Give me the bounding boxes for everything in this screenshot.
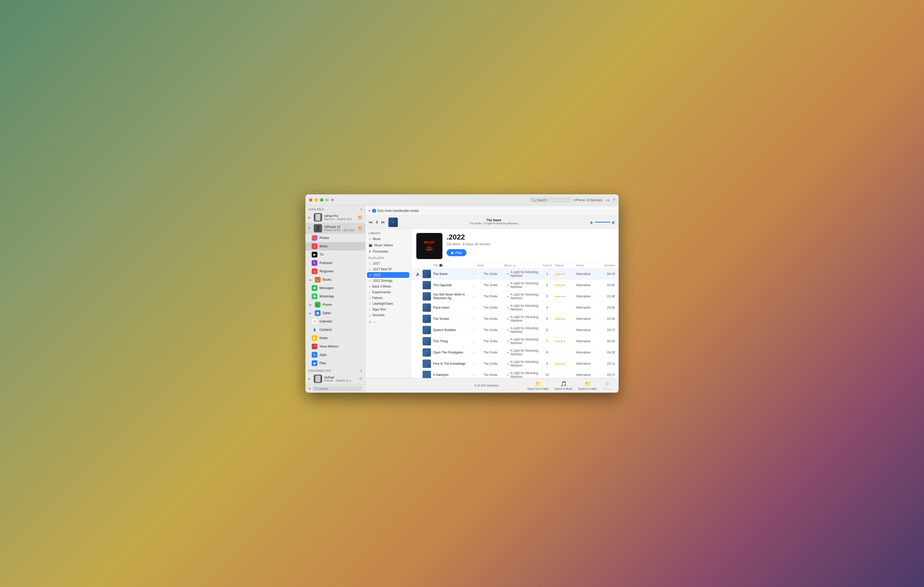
library-item-music[interactable]: ♫ Music [365, 236, 411, 242]
sidebar-item-contacts[interactable]: 👤 Contacts [305, 326, 365, 334]
table-row[interactable]: 🔈 The Same ⊙ The Smile ▶ A Light for Att… [411, 268, 619, 280]
sidebar-item-notes[interactable]: 📝 Notes [305, 334, 365, 342]
album-chevron-icon: ▶ [507, 306, 509, 309]
import-from-folder-button[interactable]: 📁 Import from Folder [525, 380, 551, 391]
star-filled: ★ [563, 340, 565, 343]
rewind-button[interactable]: ⏮ [368, 220, 373, 225]
track-icons: ⊙ [473, 362, 483, 365]
track-number: 3 [539, 294, 555, 298]
track-number: 7 [539, 339, 555, 343]
eye-button[interactable]: 👁 [331, 198, 334, 202]
col-header-genre: Genre [576, 264, 599, 267]
sidebar-item-phone[interactable]: ▶ 📞 Phone [305, 301, 365, 309]
library-item-purchased[interactable]: ⬇ Purchased [365, 248, 411, 255]
apps-list: Photos ♫ Music ▶ TV [305, 234, 365, 367]
table-row[interactable]: Pana-vision ⊙ The Smile ▶ A Light for At… [411, 302, 619, 313]
sidebar-item-apps[interactable]: ⬇ Apps [305, 351, 365, 359]
maximize-button[interactable] [320, 198, 323, 202]
sidebar-item-messages[interactable]: 💬 Messages [305, 284, 365, 292]
playlist-latenighttales[interactable]: ♫ LateNightTales [365, 301, 411, 307]
notes-icon: 📝 [312, 335, 317, 341]
device-mpad-pro[interactable]: ▶ mPad Pro iPad Pro – iPadOS 15.5 📶 [305, 212, 365, 223]
star-filled: ★ [560, 317, 563, 321]
add-playlist-button[interactable]: + [368, 320, 371, 325]
table-row[interactable]: A Hairdryer ⊙ The Smile ▶ A Light for At… [411, 370, 619, 378]
device-mphone13[interactable]: ▶ mPhone 13 iPhone 13 Pro – iOS 15.5 📶 [305, 223, 365, 234]
sidebar-item-safari[interactable]: ▶ 🧭 Safari [305, 309, 365, 317]
playlist-icon-lnt: ♫ [368, 302, 371, 305]
sidebar-item-voice-memos[interactable]: 🎤 Voice Memos [305, 342, 365, 351]
forward-button[interactable]: ⏭ [381, 220, 385, 225]
volume-control[interactable]: 🔉 🔊 [590, 220, 615, 224]
table-row[interactable]: Free In The Knowledge ⊙ The Smile ▶ A Li… [411, 358, 619, 370]
track-number: 4 [539, 306, 555, 309]
star-filled: ★ [555, 340, 558, 343]
search-placeholder: Search [537, 198, 547, 202]
star-filled: ★ [560, 295, 563, 298]
sidebar-item-podcasts[interactable]: 🎙 Podcasts [305, 259, 365, 267]
search-box[interactable]: 🔍 Search [530, 197, 571, 203]
album-chevron-icon: ▶ [507, 340, 509, 342]
playlist-subtitle: 103 items · 6 hours, 45 minutes [447, 242, 614, 246]
track-album: ▶ A Light for Attracting Attention [507, 349, 539, 356]
refresh-button[interactable]: ↻ [325, 198, 328, 202]
playlist-2017[interactable]: ♫ .2017 [365, 261, 411, 266]
col-header-duration: Duration [599, 264, 615, 267]
track-duration: 03:39 [599, 317, 615, 321]
sidebar-item-photos[interactable]: Photos [305, 234, 365, 242]
track-album-art [422, 292, 431, 301]
track-icons: ⊙ [473, 306, 483, 309]
table-row[interactable]: Open The Floodgates ⊙ The Smile ▶ A Ligh… [411, 347, 619, 358]
device-irispad[interactable]: ▶ IrisPad iPad Air – iPadOS 12.4 ↺ [305, 373, 365, 384]
star-filled: ★ [560, 362, 563, 365]
sync-icon: ⊙ [473, 284, 475, 287]
playlist-smooths[interactable]: ♫ Smooths [365, 312, 411, 318]
pause-button[interactable]: ⏸ [375, 220, 379, 225]
table-row[interactable]: You Will Never Work In Television Ag... … [411, 291, 619, 302]
sidebar-item-music[interactable]: ♫ Music [305, 242, 365, 250]
playlist-fabrics[interactable]: ♫ Fabrics [365, 295, 411, 301]
track-number: 8 [539, 351, 555, 354]
minimize-button[interactable] [315, 198, 318, 202]
now-playing-title: The Same [487, 219, 502, 222]
library-item-music-videos[interactable]: 🎬 Music Videos [365, 242, 411, 248]
sidebar-item-calendar[interactable]: 21 Calendar [305, 317, 365, 326]
track-artist: The Smile [483, 362, 507, 365]
sidebar-item-ringtones[interactable]: ♫ Ringtones [305, 267, 365, 276]
columns-button[interactable]: ++ [606, 198, 610, 202]
add-device-button[interactable]: + [309, 386, 311, 391]
sidebar-item-books[interactable]: ▶ 📚 Books [305, 276, 365, 284]
export-to-folder-button[interactable]: 📁 Export to Folder [576, 380, 599, 391]
filter-checkbox-label[interactable]: ✓ Only show transferable media [372, 209, 419, 213]
volume-slider[interactable] [595, 222, 610, 222]
export-folder-label: Export to Folder [578, 387, 597, 390]
sidebar-item-files[interactable]: 📁 Files [305, 359, 365, 367]
remove-playlist-button[interactable]: − [373, 320, 376, 325]
star-filled: ★ [563, 284, 565, 287]
remove-button[interactable]: 🗑 Remove [601, 380, 614, 391]
help-button[interactable]: ? [613, 198, 615, 202]
dropdown-arrow-icon[interactable]: ▾ [368, 209, 370, 213]
sidebar-search[interactable]: 🔍 Search [312, 386, 362, 391]
sidebar-item-whatsapp[interactable]: 💬 WhatsApp [305, 292, 365, 301]
ringtones-icon: ♫ [312, 268, 317, 274]
playlist-back2mines[interactable]: ♫ Back 2 Mines [365, 284, 411, 289]
table-row[interactable]: The Opposite ⊙ The Smile ▶ A Light for A… [411, 280, 619, 291]
playlist-2017-best-of[interactable]: ♫ .2017 Best Of [365, 266, 411, 272]
table-row[interactable]: The Smoke ⊙ The Smile ▶ A Light for Attr… [411, 313, 619, 324]
play-button[interactable]: ▶ Play [447, 249, 467, 256]
remove-label: Remove [603, 387, 612, 390]
table-row[interactable]: Speech Bubbles ⊙ The Smile ▶ A Light for… [411, 324, 619, 336]
playlist-experimental[interactable]: ♫ Experimental [365, 289, 411, 295]
track-album-art [422, 326, 431, 334]
star-filled: ★ [555, 317, 558, 321]
playlist-sigur-ros[interactable]: ♫ Sigur Rós [365, 307, 411, 312]
table-row[interactable]: Thin Thing ⊙ The Smile ▶ A Light for Att… [411, 336, 619, 347]
playlist-2022-sortings[interactable]: ♫ .2022 Sortings [365, 278, 411, 284]
sidebar-item-tv[interactable]: ▶ TV [305, 250, 365, 259]
tv-icon: ▶ [312, 252, 317, 258]
books-label: Books [323, 278, 331, 281]
export-to-music-button[interactable]: 🎵 Export to Music [553, 380, 575, 391]
playlist-2022[interactable]: ♫ .2022 [367, 272, 409, 278]
close-button[interactable] [309, 198, 312, 202]
